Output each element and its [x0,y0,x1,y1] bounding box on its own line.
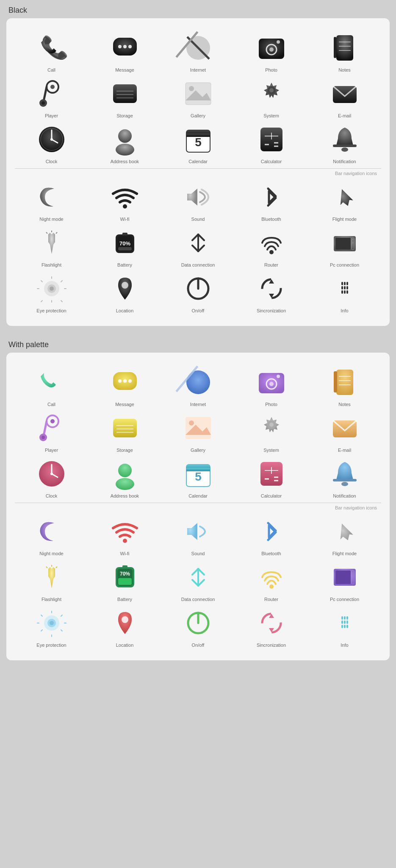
icon-calculator-c-label: Calculator [261,493,282,498]
icon-info-c-label: Info [341,643,348,648]
palette-row-3: Clock Address b [15,457,381,498]
icon-router-c-label: Router [264,597,278,602]
icon-pcconn-label: Pc connection [330,262,359,267]
svg-line-151 [56,567,57,568]
svg-point-109 [269,382,274,386]
svg-point-134 [116,478,134,490]
svg-point-132 [50,473,53,475]
icon-notes: Notes [308,31,381,72]
icon-calendar-label: Calendar [188,159,208,164]
icon-dataconn-c-label: Data connection [181,597,215,602]
svg-point-125 [189,420,194,426]
icon-location: Location [88,272,161,313]
black-row-3: Clock Address b [15,122,381,164]
icon-eyeprotection-c-label: Eye protection [36,643,66,648]
icon-onoff-c: On/off [161,606,235,648]
svg-line-55 [46,232,47,234]
icon-flashlight-c-label: Flashlight [42,597,61,602]
icon-pcconn-c: Pc connection [308,560,381,602]
icon-gallery-c: Gallery [161,411,235,453]
svg-point-2 [118,45,122,48]
nav-divider-palette [15,503,381,503]
icon-message-c: Message [88,365,161,407]
svg-text:70%: 70% [119,240,130,247]
svg-point-19 [50,85,55,89]
svg-line-80 [61,281,62,282]
icon-storage: Storage [88,77,161,118]
svg-point-176 [50,621,54,625]
icon-dataconn-c: Data connection [161,560,235,602]
icon-sound-c-label: Sound [191,551,205,556]
icon-email-label: E-mail [338,113,351,118]
icon-dataconn: Data connection [161,226,235,267]
icon-router: Router [235,226,308,267]
nav-divider-black [15,168,381,169]
icon-nightmode-label: Night mode [39,217,63,222]
icon-player-c-label: Player [45,448,58,453]
icon-flashlight: Flashlight [15,226,88,267]
icon-internet-label: Internet [190,67,206,72]
icon-photo-c-label: Photo [265,402,277,407]
svg-point-177 [122,616,128,623]
black-card: 📞 Call [6,18,390,326]
icon-sync: Sincronization [235,272,308,313]
svg-rect-70 [335,238,351,250]
icon-router-c: Router [235,560,308,602]
svg-point-3 [123,45,127,48]
svg-text:5: 5 [195,136,202,149]
svg-point-107 [277,375,280,378]
svg-rect-50 [333,145,357,147]
svg-point-38 [118,129,132,143]
icon-bluetooth: Bluetooth [235,180,308,222]
icon-calendar-c: 5 Calendar [161,457,235,498]
svg-point-52 [123,204,127,209]
svg-rect-111 [334,371,337,392]
icon-flightmode-c: Flight mode [308,515,381,556]
svg-line-65 [198,234,204,240]
icon-gallery-label: Gallery [191,113,205,118]
icon-battery-c-label: Battery [117,597,132,602]
svg-point-31 [269,88,274,92]
icon-email-c-label: E-mail [338,448,351,453]
svg-line-160 [192,580,198,586]
icon-location-label: Location [116,308,134,313]
icon-clock-c: Clock [15,457,88,498]
icon-message-c-label: Message [115,402,134,407]
icon-system-label: System [263,113,279,118]
svg-point-37 [50,138,53,141]
black-row-1: 📞 Call [15,31,381,72]
svg-point-21 [42,101,45,105]
section-black-label: Black [0,0,396,18]
icon-clock-label: Clock [46,159,58,164]
svg-point-4 [128,45,132,48]
svg-line-78 [41,281,42,282]
icon-system: System [235,77,308,118]
svg-line-170 [41,615,42,616]
icon-internet-c: Internet [161,365,235,407]
black-nav-row-3: Eye protection [15,272,381,313]
icon-clock-c-label: Clock [46,493,58,498]
svg-line-158 [192,569,198,575]
icon-calculator-label: Calculator [261,159,282,164]
icon-eyeprotection-c: Eye protection [15,606,88,648]
icon-onoff: On/off [161,272,235,313]
black-row-2: Player [15,77,381,118]
icon-addressbook: Address book [88,122,161,164]
icon-flightmode-c-label: Flight mode [332,551,357,556]
svg-point-10 [277,40,280,44]
svg-line-159 [198,569,204,575]
icon-dataconn-label: Data connection [181,262,215,267]
icon-call-c-label: Call [47,402,55,407]
black-nav-row-2: Flashlight 70% Battery [15,226,381,267]
svg-line-161 [198,580,204,586]
icon-eyeprotection: Eye protection [15,272,88,313]
icon-addressbook-c: Address book [88,457,161,498]
icon-notes-c: Notes [308,365,381,407]
svg-point-68 [269,250,274,254]
icon-calculator: Calculator [235,122,308,164]
svg-line-173 [61,630,62,631]
icon-nightmode: Night mode [15,180,88,222]
icon-notes-label: Notes [338,67,351,72]
svg-marker-53 [187,189,197,206]
svg-point-162 [269,584,274,589]
